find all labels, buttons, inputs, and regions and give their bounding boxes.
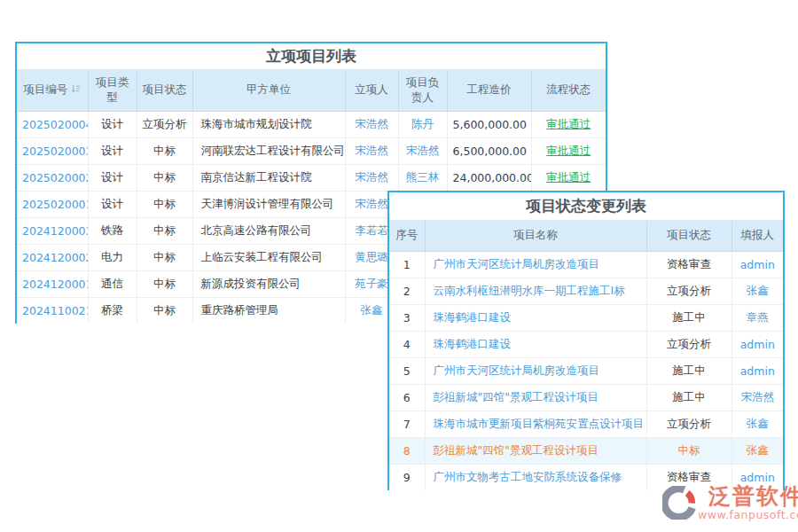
cell-project-name[interactable]: 广州市天河区统计局机房改造项目 xyxy=(425,251,646,278)
cell-project-id-link[interactable]: 2024120003 xyxy=(22,224,88,238)
cell-flow-status[interactable]: 审批通过 xyxy=(531,111,606,137)
col-header-project-id[interactable]: 项目编号 xyxy=(17,70,88,111)
cell-project-name[interactable]: 云南水利枢纽潜明水库一期工程施工I标 xyxy=(425,278,646,304)
cell-project-name[interactable]: 广州市文物考古工地安防系统设备保修 xyxy=(425,464,646,490)
cell-reporter-link[interactable]: 宋浩然 xyxy=(741,390,775,403)
cell-project-manager[interactable]: 宋浩然 xyxy=(398,137,447,164)
cell-project-id-link[interactable]: 2024110021 xyxy=(22,304,88,317)
cell-flow-status[interactable]: 审批通过 xyxy=(531,137,606,164)
cell-project-name-link[interactable]: 广州市天河区统计局机房改造项目 xyxy=(434,257,600,270)
cell-initiator[interactable]: 宋浩然 xyxy=(345,164,398,191)
cell-initiator[interactable]: 宋浩然 xyxy=(345,111,398,137)
cell-client-unit: 新源成投资有限公司 xyxy=(192,270,345,297)
cell-reporter[interactable]: 张鑫 xyxy=(732,411,783,437)
cell-project-manager-link[interactable]: 宋浩然 xyxy=(406,144,440,157)
cell-project-id-link[interactable]: 2024120001 xyxy=(22,278,88,291)
cell-initiator-link[interactable]: 宋浩然 xyxy=(355,197,388,210)
cell-project-name-link[interactable]: 彭祖新城"四馆"景观工程设计项目 xyxy=(434,390,599,403)
cell-project-id-link[interactable]: 2025020001 xyxy=(22,198,88,211)
col-header-project-manager: 项目负责人 xyxy=(398,70,447,111)
cell-initiator-link[interactable]: 宋浩然 xyxy=(355,170,388,184)
cell-reporter-link[interactable]: admin xyxy=(740,364,775,378)
cell-project-manager-link[interactable]: 陈丹 xyxy=(411,117,434,130)
cell-initiator-link[interactable]: 宋浩然 xyxy=(355,117,388,130)
cell-reporter[interactable]: admin xyxy=(732,357,783,384)
status-change-panel: 项目状态变更列表 序号 项目名称 项目状态 填报人 1广州市天河区统计局机房改造… xyxy=(387,191,785,490)
cell-project-name[interactable]: 彭祖新城"四馆"景观工程设计项目 xyxy=(425,384,646,411)
cell-project-id-link[interactable]: 2025020002 xyxy=(22,171,88,184)
cell-flow-status-link[interactable]: 审批通过 xyxy=(546,117,591,130)
cell-project-name[interactable]: 广州市天河区统计局机房改造项目 xyxy=(425,357,646,384)
cell-project-id[interactable]: 2024110021 xyxy=(17,297,88,324)
cell-project-id-link[interactable]: 2025020004 xyxy=(22,118,88,131)
cell-reporter[interactable]: admin xyxy=(732,331,783,357)
cell-initiator-link[interactable]: 张鑫 xyxy=(361,303,383,317)
cell-initiator-link[interactable]: 李若若 xyxy=(355,223,388,237)
cell-client-unit: 珠海市城市规划设计院 xyxy=(192,111,345,137)
cell-reporter-link[interactable]: admin xyxy=(740,471,775,484)
cell-project-manager-link[interactable]: 熊三林 xyxy=(406,170,440,184)
table-row[interactable]: 6彭祖新城"四馆"景观工程设计项目施工中宋浩然 xyxy=(389,384,783,411)
table-row[interactable]: 4珠海鹤港口建设立项分析admin xyxy=(389,331,783,357)
table-row: 2025020003设计中标河南联宏达工程设计有限公司宋浩然宋浩然6,500,0… xyxy=(17,137,606,164)
cell-initiator-link[interactable]: 苑子豪 xyxy=(355,277,388,290)
cell-initiator-link[interactable]: 黄思璐 xyxy=(355,250,388,263)
table-row[interactable]: 8彭祖新城"四馆"景观工程设计项目中标张鑫 xyxy=(389,437,783,464)
sort-icon xyxy=(71,83,81,97)
cell-reporter-link[interactable]: 张鑫 xyxy=(747,417,769,430)
cell-reporter[interactable]: 张鑫 xyxy=(732,278,783,304)
cell-reporter[interactable]: 张鑫 xyxy=(732,437,783,464)
cell-client-unit: 北京高速公路有限公司 xyxy=(192,217,345,244)
cell-serial-no: 9 xyxy=(389,464,425,490)
cell-project-manager[interactable]: 陈丹 xyxy=(398,111,447,137)
cell-flow-status-link[interactable]: 审批通过 xyxy=(546,144,591,157)
cell-project-status: 立项分析 xyxy=(137,111,192,137)
cell-project-type: 设计 xyxy=(88,137,137,164)
cell-project-name-link[interactable]: 广州市文物考古工地安防系统设备保修 xyxy=(434,470,622,483)
cell-project-id[interactable]: 2024120001 xyxy=(17,270,88,297)
cell-initiator[interactable]: 宋浩然 xyxy=(345,137,398,164)
cell-project-id[interactable]: 2024120002 xyxy=(17,244,88,270)
cell-project-name-link[interactable]: 珠海鹤港口建设 xyxy=(434,310,512,324)
cell-client-unit: 南京信达新工程设计院 xyxy=(192,164,345,191)
col-header-status: 项目状态 xyxy=(646,221,732,251)
cell-project-id-link[interactable]: 2025020003 xyxy=(22,145,88,158)
cell-project-type: 通信 xyxy=(88,270,137,297)
cell-project-name-link[interactable]: 广州市天河区统计局机房改造项目 xyxy=(434,364,600,377)
table-row[interactable]: 1广州市天河区统计局机房改造项目资格审查admin xyxy=(389,251,783,278)
cell-project-name[interactable]: 珠海鹤港口建设 xyxy=(425,304,646,331)
left-header-row: 项目编号 项目类型 项目状态 甲方单位 立项人 项目负责人 工程造价 流程状态 xyxy=(17,70,606,111)
cell-project-manager[interactable]: 熊三林 xyxy=(398,164,447,191)
cell-reporter[interactable]: 宋浩然 xyxy=(732,384,783,411)
cell-project-id[interactable]: 2025020001 xyxy=(17,191,88,217)
table-row[interactable]: 3珠海鹤港口建设施工中章燕 xyxy=(389,304,783,331)
cell-project-name-link[interactable]: 珠海市城市更新项目紫桐苑安置点设计项目 xyxy=(434,417,645,430)
cell-initiator-link[interactable]: 宋浩然 xyxy=(355,144,388,157)
cell-reporter-link[interactable]: 张鑫 xyxy=(747,284,769,297)
cell-project-id[interactable]: 2024120003 xyxy=(17,217,88,244)
cell-project-name-link[interactable]: 彭祖新城"四馆"景观工程设计项目 xyxy=(434,443,599,457)
cell-project-type: 桥梁 xyxy=(88,297,137,324)
cell-project-id[interactable]: 2025020004 xyxy=(17,111,88,137)
cell-flow-status-link[interactable]: 审批通过 xyxy=(546,170,591,184)
cell-project-name[interactable]: 珠海市城市更新项目紫桐苑安置点设计项目 xyxy=(425,411,646,437)
cell-project-name[interactable]: 彭祖新城"四馆"景观工程设计项目 xyxy=(425,437,646,464)
cell-project-id[interactable]: 2025020003 xyxy=(17,137,88,164)
cell-project-type: 设计 xyxy=(88,111,137,137)
cell-reporter[interactable]: 章燕 xyxy=(732,304,783,331)
table-row[interactable]: 7珠海市城市更新项目紫桐苑安置点设计项目立项分析张鑫 xyxy=(389,411,783,437)
cell-project-name[interactable]: 珠海鹤港口建设 xyxy=(425,331,646,357)
cell-project-name-link[interactable]: 珠海鹤港口建设 xyxy=(434,337,512,350)
table-row[interactable]: 5广州市天河区统计局机房改造项目施工中admin xyxy=(389,357,783,384)
cell-project-status: 中标 xyxy=(137,191,192,217)
cell-reporter-link[interactable]: 张鑫 xyxy=(747,443,769,457)
cell-project-name-link[interactable]: 云南水利枢纽潜明水库一期工程施工I标 xyxy=(434,284,625,297)
cell-project-id[interactable]: 2025020002 xyxy=(17,164,88,191)
cell-reporter[interactable]: admin xyxy=(732,251,783,278)
cell-reporter-link[interactable]: 章燕 xyxy=(747,310,769,324)
table-row[interactable]: 2云南水利枢纽潜明水库一期工程施工I标立项分析张鑫 xyxy=(389,278,783,304)
cell-reporter-link[interactable]: admin xyxy=(740,258,775,271)
cell-reporter-link[interactable]: admin xyxy=(740,338,775,351)
cell-project-id-link[interactable]: 2024120002 xyxy=(22,251,88,264)
cell-flow-status[interactable]: 审批通过 xyxy=(531,164,606,191)
